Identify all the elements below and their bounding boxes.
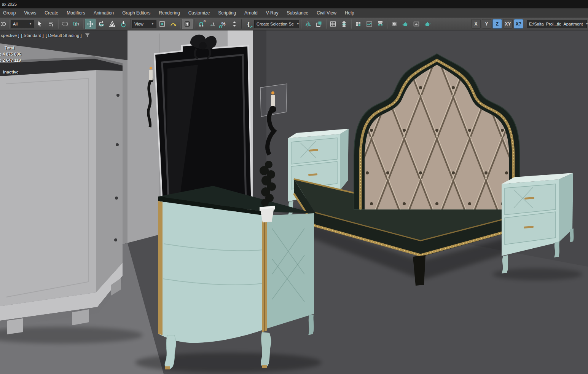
- toolbar-separator: [241, 19, 242, 29]
- stats-count-a: : 4 875 896: [0, 51, 21, 57]
- menu-item-customize[interactable]: Customize: [184, 8, 214, 17]
- select-and-scale-icon[interactable]: [107, 19, 118, 29]
- render-production-icon[interactable]: [422, 19, 433, 29]
- window-titlebar: ax 2025: [0, 0, 588, 8]
- toolbar-separator: [83, 19, 83, 29]
- viewport-label: spective ] [ Standard ] [ Default Shadin…: [1, 33, 90, 38]
- scene-explorer-icon[interactable]: [328, 19, 338, 29]
- toolbar-separator: [351, 19, 351, 29]
- select-and-rotate-icon[interactable]: [96, 19, 107, 29]
- percent-snap-icon[interactable]: %: [218, 19, 229, 29]
- axis-x-button[interactable]: X: [471, 19, 481, 29]
- chevron-down-icon: ▼: [296, 22, 300, 26]
- menu-item-arnold[interactable]: Arnold: [240, 8, 262, 17]
- select-and-place-icon[interactable]: [118, 19, 129, 29]
- axis-xy-button[interactable]: XY: [503, 19, 513, 29]
- menu-item-rendering[interactable]: Rendering: [155, 8, 184, 17]
- layer-explorer-icon[interactable]: [339, 19, 349, 29]
- toolbar-separator: [387, 19, 387, 29]
- select-and-manipulate-icon[interactable]: [168, 19, 178, 29]
- mirror-icon[interactable]: [303, 19, 313, 29]
- menu-item-group[interactable]: Group: [0, 8, 20, 17]
- keyboard-shortcut-override-icon[interactable]: [182, 19, 193, 29]
- selection-filter-dropdown[interactable]: All▼: [11, 20, 34, 28]
- menu-item-help[interactable]: Help: [341, 8, 359, 17]
- reference-coordinate-dropdown[interactable]: View▼: [132, 20, 156, 28]
- menu-item-create[interactable]: Create: [40, 8, 62, 17]
- snap-mode-label: 3: [204, 19, 206, 23]
- axis-xq-button[interactable]: X?: [514, 19, 523, 29]
- curve-editor-icon[interactable]: [364, 19, 374, 29]
- toolbar-separator: [9, 19, 9, 29]
- toolbar-separator: [194, 19, 194, 29]
- menu-item-v-ray[interactable]: V-Ray: [262, 8, 283, 17]
- ribbon-icon[interactable]: [353, 19, 363, 29]
- window-crossing-icon[interactable]: [71, 19, 81, 29]
- rectangular-selection-region-icon[interactable]: [60, 19, 70, 29]
- menu-item-modifiers[interactable]: Modifiers: [62, 8, 89, 17]
- viewport[interactable]: spective ] [ Standard ] [ Default Shadin…: [0, 30, 588, 374]
- chevron-down-icon: ▼: [585, 22, 588, 26]
- named-selection-sets-dropdown[interactable]: Create Selection Se▼: [254, 20, 299, 28]
- viewport-canvas[interactable]: [0, 30, 588, 374]
- menu-item-animation[interactable]: Animation: [89, 8, 118, 17]
- align-icon[interactable]: [314, 19, 324, 29]
- chevron-down-icon: ▼: [151, 22, 154, 26]
- toolbar-separator: [58, 19, 58, 29]
- axis-constraint-group: X Y Z XY X?: [471, 19, 523, 29]
- render-setup-icon[interactable]: [400, 19, 411, 29]
- toolbar-separator: [326, 19, 326, 29]
- menu-bar: GroupViewsCreateModifiersAnimationGraph …: [0, 8, 588, 18]
- main-toolbar: All▼: [0, 18, 588, 30]
- toolbar-separator: [180, 19, 180, 29]
- menu-item-graph-editors[interactable]: Graph Editors: [118, 8, 155, 17]
- schematic-view-icon[interactable]: [375, 19, 386, 29]
- use-pivot-point-center-icon[interactable]: [157, 19, 167, 29]
- select-by-name-icon[interactable]: [46, 19, 56, 29]
- link-constraint-icon[interactable]: [1, 19, 7, 29]
- select-and-move-icon[interactable]: [85, 19, 96, 29]
- axis-z-button[interactable]: Z: [492, 19, 502, 29]
- project-path-text: E:\Salta_Proj...tic_Apartment: [529, 22, 583, 26]
- stats-count-b: : 2 647 119: [0, 57, 21, 63]
- menu-item-scripting[interactable]: Scripting: [214, 8, 240, 17]
- select-object-icon[interactable]: [35, 19, 45, 29]
- material-editor-icon[interactable]: [389, 19, 400, 29]
- stats-inactive-label: Inactive: [0, 69, 21, 75]
- window-title: ax 2025: [2, 2, 17, 6]
- snaps-toggle-icon[interactable]: 3: [196, 19, 207, 29]
- viewport-renderer-label[interactable]: [ Standard ]: [21, 33, 44, 38]
- viewport-filter-icon[interactable]: [85, 33, 90, 38]
- stats-total-label: Total: [0, 45, 21, 51]
- axis-y-button[interactable]: Y: [482, 19, 491, 29]
- spinner-snap-icon[interactable]: [229, 19, 240, 29]
- toolbar-separator: [301, 19, 301, 29]
- chevron-down-icon: ▼: [29, 22, 32, 26]
- toolbar-separator: [130, 19, 131, 29]
- edit-named-selection-sets-icon[interactable]: {: [243, 19, 254, 29]
- project-folder-dropdown[interactable]: E:\Salta_Proj...tic_Apartment▼: [527, 20, 587, 28]
- menu-item-substance[interactable]: Substance: [282, 8, 312, 17]
- viewport-statistics: Total : 4 875 896 : 2 647 119 Inactive: [0, 45, 21, 75]
- rendered-frame-window-icon[interactable]: [411, 19, 422, 29]
- viewport-pov-label[interactable]: spective ]: [1, 33, 19, 38]
- menu-item-civil-view[interactable]: Civil View: [312, 8, 341, 17]
- viewport-shading-label[interactable]: [ Default Shading ]: [46, 33, 82, 38]
- menu-item-views[interactable]: Views: [20, 8, 40, 17]
- angle-snap-icon[interactable]: [207, 19, 218, 29]
